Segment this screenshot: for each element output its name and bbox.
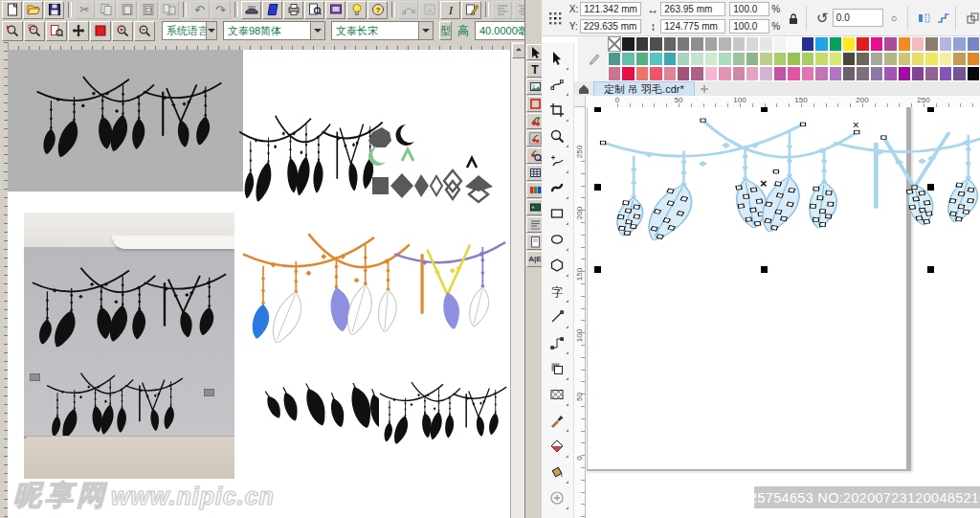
palette-swatch[interactable]: [635, 36, 649, 52]
palette-swatch[interactable]: [704, 36, 718, 52]
palette-swatch[interactable]: [649, 66, 662, 81]
order-objects-icon[interactable]: [934, 10, 950, 27]
edit-text-button[interactable]: [461, 1, 481, 19]
palette-swatch[interactable]: [759, 52, 772, 67]
palette-swatch[interactable]: [704, 52, 718, 67]
font-select[interactable]: 文泰98简体: [223, 21, 325, 40]
room-photo[interactable]: [24, 213, 234, 479]
zoom-window-button[interactable]: [24, 21, 45, 41]
palette-swatch[interactable]: [635, 66, 649, 81]
crop-tool-button[interactable]: [545, 98, 569, 123]
selection-handle[interactable]: [927, 107, 934, 112]
mirror-horizontal-icon[interactable]: [916, 10, 932, 27]
combine-objects-icon[interactable]: [964, 10, 980, 27]
blue-feather-garland[interactable]: x: [591, 107, 980, 274]
palette-swatch[interactable]: [883, 66, 897, 81]
zoom-tool-button[interactable]: [545, 124, 569, 148]
text-tool-button[interactable]: 字: [545, 279, 569, 304]
palette-swatch[interactable]: [649, 52, 662, 67]
palette-swatch[interactable]: [746, 52, 759, 67]
print-button[interactable]: [283, 1, 303, 19]
palette-pencil-icon[interactable]: [586, 50, 603, 67]
selection-center-marker[interactable]: ×: [760, 176, 768, 191]
palette-swatch[interactable]: [718, 36, 731, 52]
palette-swatch[interactable]: [842, 36, 856, 52]
palette-swatch[interactable]: [883, 52, 897, 67]
palette-swatch[interactable]: [911, 66, 924, 81]
selection-handle[interactable]: [761, 107, 768, 112]
drawing-canvas[interactable]: x ID:25754653 NO:20200723120048521032 ×: [586, 107, 980, 518]
palette-swatch[interactable]: [924, 36, 938, 52]
new-tab-icon[interactable]: [697, 82, 712, 96]
palette-swatch[interactable]: [814, 66, 828, 81]
palette-swatch[interactable]: [787, 36, 800, 52]
new-document-button[interactable]: [2, 1, 22, 19]
palette-swatch[interactable]: [663, 52, 677, 67]
palette-swatch[interactable]: [856, 66, 869, 81]
vertical-scrollbar[interactable]: [510, 42, 525, 518]
scale-v-field[interactable]: 100.0: [729, 19, 769, 34]
tip-bulb-button[interactable]: [346, 1, 367, 19]
palette-swatch[interactable]: [924, 52, 938, 67]
palette-swatch[interactable]: [939, 66, 952, 81]
wentai-canvas[interactable]: 昵享网 www.nipic.cn: [8, 50, 510, 518]
palette-swatch[interactable]: [718, 52, 731, 67]
palette-swatch[interactable]: [773, 36, 787, 52]
palette-swatch[interactable]: [829, 66, 842, 81]
export-plot-button[interactable]: [262, 1, 282, 19]
palette-swatch[interactable]: [911, 36, 924, 52]
palette-swatch[interactable]: [898, 66, 911, 81]
palette-swatch[interactable]: [608, 66, 621, 81]
ornament-shapes[interactable]: [364, 120, 498, 206]
palette-swatch[interactable]: [967, 66, 980, 81]
palette-swatch[interactable]: [621, 66, 635, 81]
palette-swatch[interactable]: [856, 36, 869, 52]
palette-swatch[interactable]: [732, 36, 746, 52]
palette-swatch[interactable]: [746, 66, 759, 81]
palette-swatch[interactable]: [814, 52, 828, 67]
palette-swatch[interactable]: [649, 36, 662, 52]
palette-swatch[interactable]: [870, 36, 883, 52]
palette-swatch[interactable]: [677, 52, 690, 67]
palette-swatch[interactable]: [967, 52, 980, 67]
palette-swatch[interactable]: [814, 36, 828, 52]
chevron-down-icon[interactable]: [310, 22, 324, 39]
eraser-tool-button[interactable]: [545, 434, 569, 459]
document-tab[interactable]: 定制 吊 羽毛.cdr*: [593, 81, 695, 97]
palette-swatch[interactable]: [732, 52, 746, 67]
palette-swatch[interactable]: [663, 66, 677, 81]
palette-swatch[interactable]: [829, 52, 842, 67]
selection-handle[interactable]: [761, 266, 768, 273]
home-tab-icon[interactable]: [576, 82, 591, 96]
fill-tool-button[interactable]: [545, 460, 569, 484]
zoom-in-button[interactable]: [112, 21, 133, 41]
palette-swatch[interactable]: [759, 36, 772, 52]
palette-swatch[interactable]: [939, 36, 952, 52]
colored-feather-garland[interactable]: [235, 218, 510, 373]
palette-swatch[interactable]: [608, 52, 621, 67]
palette-swatch[interactable]: [924, 66, 938, 81]
freehand-tool-button[interactable]: [545, 149, 569, 174]
rotation-angle-field[interactable]: 0.0: [833, 9, 883, 27]
palette-swatch[interactable]: [801, 66, 814, 81]
palette-swatch[interactable]: [898, 52, 911, 67]
palette-swatch[interactable]: [759, 66, 772, 81]
palette-swatch[interactable]: [773, 66, 787, 81]
zoom-previous-button[interactable]: [2, 21, 23, 41]
zoom-out-button[interactable]: [134, 21, 155, 41]
selection-handle[interactable]: [594, 107, 601, 112]
font-select-2[interactable]: 文泰长宋: [331, 21, 434, 40]
dropshadow-tool-button[interactable]: [545, 356, 569, 381]
help-button[interactable]: ?: [368, 1, 388, 19]
zoom-page-button[interactable]: [46, 21, 67, 41]
selection-handle[interactable]: [594, 266, 601, 273]
palette-swatch[interactable]: [787, 52, 800, 67]
palette-swatch[interactable]: [801, 36, 814, 52]
italic-text-button[interactable]: I: [440, 1, 460, 19]
chevron-down-icon[interactable]: [418, 22, 433, 39]
scale-h-field[interactable]: 100.0: [729, 2, 769, 16]
black-feather-garland-1[interactable]: [32, 65, 227, 180]
language-select[interactable]: 系统语言: [162, 21, 217, 40]
palette-swatch[interactable]: [952, 66, 966, 81]
chevron-down-icon[interactable]: [206, 22, 216, 39]
